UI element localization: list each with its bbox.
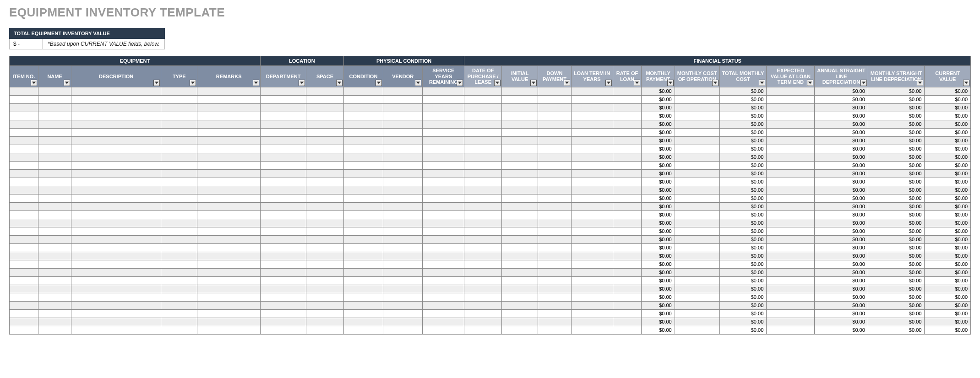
cell-space[interactable] bbox=[306, 235, 344, 243]
filter-dropdown-icon[interactable] bbox=[153, 80, 160, 86]
cell-expected_value[interactable] bbox=[767, 103, 815, 112]
column-header-rate_loan[interactable]: RATE OF LOAN bbox=[613, 66, 642, 87]
cell-loan_term[interactable] bbox=[571, 219, 613, 227]
cell-current_value[interactable]: $0.00 bbox=[925, 136, 971, 145]
cell-annual_depr[interactable]: $0.00 bbox=[815, 285, 868, 293]
cell-loan_term[interactable] bbox=[571, 145, 613, 153]
cell-service_years[interactable] bbox=[423, 276, 464, 285]
cell-rate_loan[interactable] bbox=[613, 252, 642, 260]
cell-name[interactable] bbox=[38, 276, 71, 285]
cell-type[interactable] bbox=[161, 268, 197, 276]
cell-remarks[interactable] bbox=[197, 95, 261, 103]
cell-rate_loan[interactable] bbox=[613, 145, 642, 153]
cell-annual_depr[interactable]: $0.00 bbox=[815, 318, 868, 326]
cell-department[interactable] bbox=[260, 293, 306, 301]
cell-vendor[interactable] bbox=[383, 227, 423, 235]
cell-item_no[interactable] bbox=[10, 194, 38, 202]
cell-vendor[interactable] bbox=[383, 120, 423, 128]
cell-service_years[interactable] bbox=[423, 202, 464, 211]
cell-type[interactable] bbox=[161, 161, 197, 169]
cell-vendor[interactable] bbox=[383, 285, 423, 293]
cell-monthly_depr[interactable]: $0.00 bbox=[868, 235, 925, 243]
cell-loan_term[interactable] bbox=[571, 87, 613, 95]
cell-total_monthly_cost[interactable]: $0.00 bbox=[719, 87, 767, 95]
cell-description[interactable] bbox=[71, 120, 161, 128]
cell-name[interactable] bbox=[38, 227, 71, 235]
column-header-service_years[interactable]: SERVICE YEARS REMAINING bbox=[423, 66, 464, 87]
cell-annual_depr[interactable]: $0.00 bbox=[815, 276, 868, 285]
cell-current_value[interactable]: $0.00 bbox=[925, 301, 971, 309]
cell-monthly_payment[interactable]: $0.00 bbox=[642, 293, 675, 301]
cell-expected_value[interactable] bbox=[767, 87, 815, 95]
cell-remarks[interactable] bbox=[197, 103, 261, 112]
cell-loan_term[interactable] bbox=[571, 211, 613, 219]
cell-type[interactable] bbox=[161, 145, 197, 153]
column-header-space[interactable]: SPACE bbox=[306, 66, 344, 87]
cell-name[interactable] bbox=[38, 243, 71, 252]
cell-expected_value[interactable] bbox=[767, 169, 815, 178]
cell-vendor[interactable] bbox=[383, 169, 423, 178]
cell-description[interactable] bbox=[71, 145, 161, 153]
cell-space[interactable] bbox=[306, 260, 344, 268]
cell-service_years[interactable] bbox=[423, 120, 464, 128]
cell-item_no[interactable] bbox=[10, 268, 38, 276]
cell-monthly_payment[interactable]: $0.00 bbox=[642, 285, 675, 293]
cell-type[interactable] bbox=[161, 194, 197, 202]
cell-loan_term[interactable] bbox=[571, 260, 613, 268]
cell-condition[interactable] bbox=[343, 235, 383, 243]
cell-loan_term[interactable] bbox=[571, 194, 613, 202]
cell-current_value[interactable]: $0.00 bbox=[925, 252, 971, 260]
cell-loan_term[interactable] bbox=[571, 252, 613, 260]
cell-service_years[interactable] bbox=[423, 326, 464, 334]
cell-rate_loan[interactable] bbox=[613, 202, 642, 211]
cell-monthly_depr[interactable]: $0.00 bbox=[868, 169, 925, 178]
cell-initial_value[interactable] bbox=[502, 136, 538, 145]
cell-department[interactable] bbox=[260, 145, 306, 153]
cell-remarks[interactable] bbox=[197, 161, 261, 169]
cell-initial_value[interactable] bbox=[502, 178, 538, 186]
cell-annual_depr[interactable]: $0.00 bbox=[815, 301, 868, 309]
cell-total_monthly_cost[interactable]: $0.00 bbox=[719, 161, 767, 169]
filter-dropdown-icon[interactable] bbox=[376, 80, 382, 86]
cell-item_no[interactable] bbox=[10, 95, 38, 103]
cell-initial_value[interactable] bbox=[502, 161, 538, 169]
column-header-department[interactable]: DEPARTMENT bbox=[260, 66, 306, 87]
cell-annual_depr[interactable]: $0.00 bbox=[815, 95, 868, 103]
cell-remarks[interactable] bbox=[197, 145, 261, 153]
cell-initial_value[interactable] bbox=[502, 194, 538, 202]
cell-remarks[interactable] bbox=[197, 301, 261, 309]
cell-expected_value[interactable] bbox=[767, 186, 815, 194]
cell-department[interactable] bbox=[260, 227, 306, 235]
cell-department[interactable] bbox=[260, 161, 306, 169]
cell-item_no[interactable] bbox=[10, 235, 38, 243]
cell-space[interactable] bbox=[306, 103, 344, 112]
cell-monthly_cost_op[interactable] bbox=[675, 309, 719, 318]
cell-service_years[interactable] bbox=[423, 252, 464, 260]
cell-expected_value[interactable] bbox=[767, 252, 815, 260]
cell-space[interactable] bbox=[306, 252, 344, 260]
cell-monthly_cost_op[interactable] bbox=[675, 136, 719, 145]
cell-expected_value[interactable] bbox=[767, 178, 815, 186]
cell-name[interactable] bbox=[38, 293, 71, 301]
filter-dropdown-icon[interactable] bbox=[457, 80, 463, 86]
cell-type[interactable] bbox=[161, 252, 197, 260]
cell-monthly_depr[interactable]: $0.00 bbox=[868, 309, 925, 318]
cell-loan_term[interactable] bbox=[571, 120, 613, 128]
cell-current_value[interactable]: $0.00 bbox=[925, 219, 971, 227]
cell-item_no[interactable] bbox=[10, 211, 38, 219]
cell-item_no[interactable] bbox=[10, 326, 38, 334]
cell-department[interactable] bbox=[260, 87, 306, 95]
cell-current_value[interactable]: $0.00 bbox=[925, 285, 971, 293]
cell-annual_depr[interactable]: $0.00 bbox=[815, 161, 868, 169]
cell-space[interactable] bbox=[306, 153, 344, 161]
cell-date_purchase[interactable] bbox=[464, 128, 502, 136]
cell-total_monthly_cost[interactable]: $0.00 bbox=[719, 252, 767, 260]
cell-date_purchase[interactable] bbox=[464, 194, 502, 202]
cell-total_monthly_cost[interactable]: $0.00 bbox=[719, 120, 767, 128]
cell-down_payment[interactable] bbox=[538, 87, 571, 95]
cell-remarks[interactable] bbox=[197, 178, 261, 186]
cell-monthly_cost_op[interactable] bbox=[675, 293, 719, 301]
cell-type[interactable] bbox=[161, 318, 197, 326]
cell-department[interactable] bbox=[260, 309, 306, 318]
cell-service_years[interactable] bbox=[423, 301, 464, 309]
